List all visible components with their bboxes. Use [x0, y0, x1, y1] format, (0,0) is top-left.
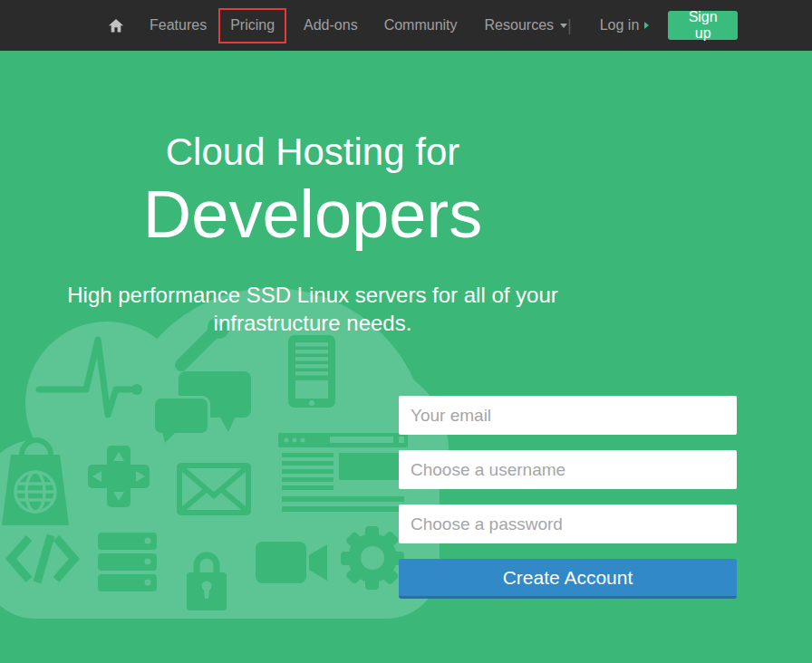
- nav-item-community[interactable]: Community: [384, 17, 458, 34]
- create-account-button[interactable]: Create Account: [399, 559, 737, 599]
- password-input[interactable]: [399, 504, 737, 543]
- nav-item-features[interactable]: Features: [150, 17, 207, 34]
- home-link[interactable]: [109, 19, 123, 33]
- smartphone-icon: [288, 335, 335, 408]
- browser-window-icon: [278, 433, 408, 512]
- top-navbar: Features Pricing Add-ons Community Resou…: [0, 0, 812, 51]
- hero-section: Cloud Hosting for Developers High perfor…: [0, 51, 812, 663]
- login-arrow-icon: [644, 22, 649, 29]
- server-stack-icon: [98, 533, 157, 591]
- hero-title-line2: Developers: [0, 179, 625, 250]
- hero-subtitle-line2: infrastructure needs.: [0, 309, 625, 337]
- email-input[interactable]: [399, 396, 737, 435]
- hero-subtitle-line1: High performance SSD Linux servers for a…: [0, 281, 625, 309]
- pricing-highlight-box: Pricing: [218, 8, 286, 43]
- resources-label: Resources: [485, 17, 554, 34]
- nav-separator: |: [567, 16, 572, 35]
- signup-form: Create Account: [399, 396, 737, 599]
- home-icon: [109, 19, 123, 33]
- page: Features Pricing Add-ons Community Resou…: [0, 0, 812, 663]
- nav-item-resources[interactable]: Resources: [485, 17, 567, 34]
- login-link[interactable]: Log in: [600, 17, 650, 34]
- username-input[interactable]: [399, 450, 737, 489]
- gear-icon: [341, 526, 404, 590]
- login-label: Log in: [600, 17, 640, 34]
- nav-item-addons[interactable]: Add-ons: [304, 17, 358, 34]
- hero-titles: Cloud Hosting for Developers: [0, 130, 625, 250]
- hero-title-line1: Cloud Hosting for: [0, 130, 625, 174]
- nav-item-pricing[interactable]: Pricing: [230, 17, 275, 34]
- chevron-down-icon: [560, 24, 567, 28]
- signup-button[interactable]: Sign up: [668, 11, 738, 40]
- hero-subtitle: High performance SSD Linux servers for a…: [0, 281, 625, 337]
